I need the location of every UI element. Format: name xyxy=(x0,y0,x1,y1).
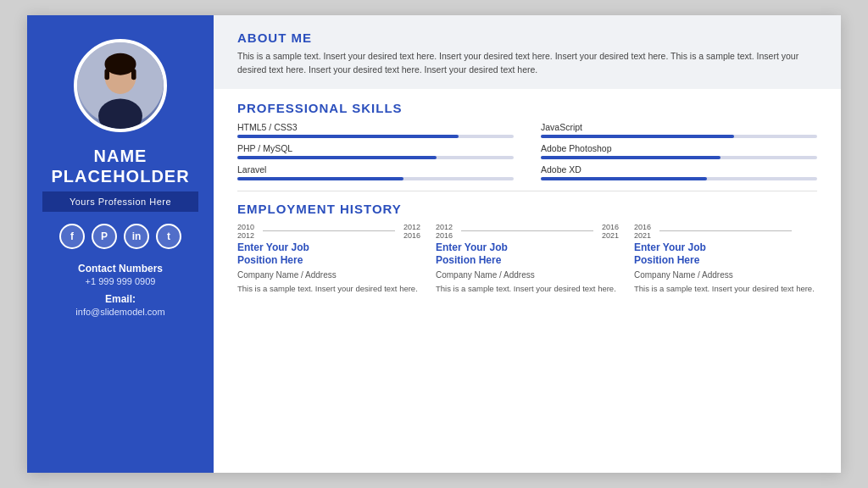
profession-text: Yours Profession Here xyxy=(70,197,171,207)
employment-section: EMPLOYMENT HISTORY 20102012 20122016 Ent… xyxy=(214,193,841,474)
emp-company: Company Name / Address xyxy=(634,270,817,280)
name-line1: NAME xyxy=(51,146,189,166)
skill-bar-bg xyxy=(237,177,514,180)
skill-label: JavaScript xyxy=(541,122,817,132)
pinterest-icon[interactable]: P xyxy=(92,224,117,249)
skill-bar-bg xyxy=(237,135,514,138)
linkedin-icon[interactable]: in xyxy=(124,224,149,249)
employment-column: 20102012 20122016 Enter Your JobPosition… xyxy=(237,223,420,294)
facebook-icon[interactable]: f xyxy=(59,224,85,249)
skill-item: Adobe XD xyxy=(541,164,817,180)
employment-title: EMPLOYMENT HISTORY xyxy=(237,202,817,216)
about-section: ABOUT ME This is a sample text. Insert y… xyxy=(214,15,841,89)
sidebar-name: NAME PLACEHOLDER xyxy=(51,146,189,186)
emp-job-title: Enter Your JobPosition Here xyxy=(436,241,619,268)
skill-item: Adobe Photoshop xyxy=(541,143,817,159)
emp-years: 20102012 20122016 xyxy=(237,223,420,240)
contact-section: Contact Numbers +1 999 999 0909 Email: i… xyxy=(75,263,164,317)
emp-year-end: 20122016 xyxy=(398,223,420,240)
emp-year-line xyxy=(461,230,593,232)
skills-grid: HTML5 / CSS3 JavaScript PHP / MySQL Adob… xyxy=(237,122,817,180)
skill-label: Adobe Photoshop xyxy=(541,143,817,153)
twitter-icon[interactable]: t xyxy=(156,224,181,249)
social-icons: f P in t xyxy=(59,224,181,249)
emp-year-start: 20162021 xyxy=(634,223,656,240)
emp-year-end: 20162021 xyxy=(597,223,619,240)
skill-bar-bg xyxy=(541,156,817,159)
skill-bar-bg xyxy=(541,177,817,180)
contact-title: Contact Numbers xyxy=(75,263,164,274)
avatar-svg xyxy=(77,42,164,129)
emp-desc: This is a sample text. Insert your desir… xyxy=(634,283,817,294)
skill-label: HTML5 / CSS3 xyxy=(237,122,514,132)
employment-column: 20162021 Enter Your JobPosition Here Com… xyxy=(634,223,817,294)
svg-point-3 xyxy=(104,53,136,75)
emp-year-start: 20102012 xyxy=(237,223,259,240)
emp-job-title: Enter Your JobPosition Here xyxy=(237,241,420,268)
skill-item: JavaScript xyxy=(541,122,817,138)
employment-grid: 20102012 20122016 Enter Your JobPosition… xyxy=(237,223,817,294)
resume-wrapper: NAME PLACEHOLDER Yours Profession Here f… xyxy=(27,15,841,473)
emp-year-line xyxy=(659,230,792,232)
skill-label: Laravel xyxy=(237,164,514,175)
emp-year-line xyxy=(263,230,395,232)
emp-year-start: 20122016 xyxy=(436,223,458,240)
skill-bar-bg xyxy=(237,156,514,159)
emp-desc: This is a sample text. Insert your desir… xyxy=(436,283,619,294)
skills-title: PROFESSIONAL SKILLS xyxy=(237,101,817,115)
contact-phone: +1 999 999 0909 xyxy=(75,276,164,286)
emp-company: Company Name / Address xyxy=(436,270,619,280)
svg-rect-4 xyxy=(104,69,109,80)
about-text: This is a sample text. Insert your desir… xyxy=(237,50,817,77)
emp-job-title: Enter Your JobPosition Here xyxy=(634,241,817,268)
emp-years: 20162021 xyxy=(634,223,817,240)
skill-label: PHP / MySQL xyxy=(237,143,514,153)
main-content: ABOUT ME This is a sample text. Insert y… xyxy=(214,15,841,473)
email-title: Email: xyxy=(75,293,164,305)
emp-years: 20122016 20162021 xyxy=(436,223,619,240)
skill-bar-fill xyxy=(541,156,721,159)
emp-desc: This is a sample text. Insert your desir… xyxy=(237,283,420,294)
avatar-inner xyxy=(77,42,164,129)
email-value: info@slidemodel.com xyxy=(75,307,164,317)
skill-bar-fill xyxy=(237,156,437,159)
skills-section: PROFESSIONAL SKILLS HTML5 / CSS3 JavaScr… xyxy=(214,89,841,189)
skill-bar-fill xyxy=(237,177,403,180)
skill-bar-fill xyxy=(541,135,734,138)
about-title: ABOUT ME xyxy=(237,30,817,45)
emp-company: Company Name / Address xyxy=(237,270,420,280)
avatar xyxy=(74,39,167,132)
skill-item: Laravel xyxy=(237,164,514,180)
name-line2: PLACEHOLDER xyxy=(51,166,189,186)
skill-item: PHP / MySQL xyxy=(237,143,514,159)
divider xyxy=(237,191,817,191)
skill-bar-fill xyxy=(541,177,707,180)
svg-rect-5 xyxy=(131,69,136,80)
sidebar: NAME PLACEHOLDER Yours Profession Here f… xyxy=(27,15,214,473)
skill-bar-fill xyxy=(237,135,459,138)
skill-bar-bg xyxy=(541,135,817,138)
employment-column: 20122016 20162021 Enter Your JobPosition… xyxy=(436,223,619,294)
skill-item: HTML5 / CSS3 xyxy=(237,122,514,138)
skill-label: Adobe XD xyxy=(541,164,817,175)
profession-bar: Yours Profession Here xyxy=(42,191,198,212)
